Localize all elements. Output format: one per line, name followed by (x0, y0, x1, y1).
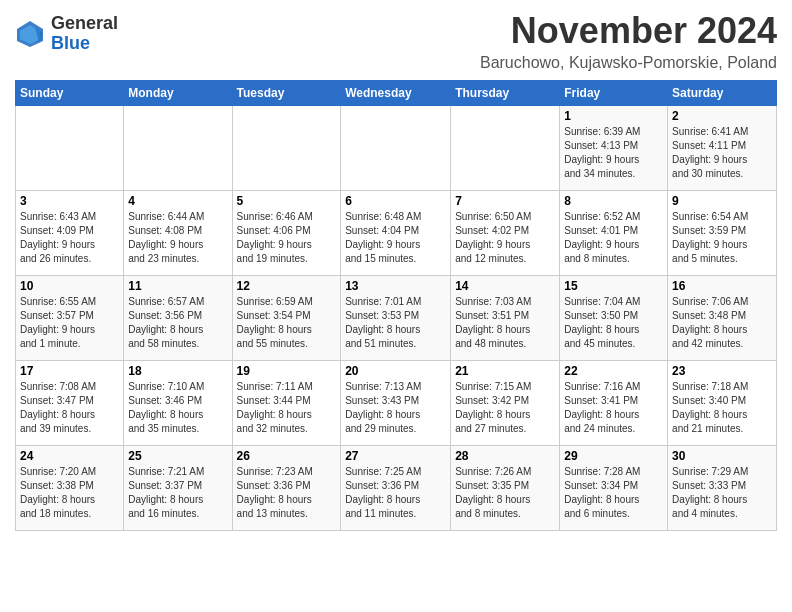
day-info: Sunrise: 7:15 AMSunset: 3:42 PMDaylight:… (455, 380, 555, 436)
day-info: Sunrise: 7:16 AMSunset: 3:41 PMDaylight:… (564, 380, 663, 436)
calendar-cell: 12Sunrise: 6:59 AMSunset: 3:54 PMDayligh… (232, 276, 341, 361)
day-info: Sunrise: 6:48 AMSunset: 4:04 PMDaylight:… (345, 210, 446, 266)
calendar-cell: 25Sunrise: 7:21 AMSunset: 3:37 PMDayligh… (124, 446, 232, 531)
calendar-cell: 28Sunrise: 7:26 AMSunset: 3:35 PMDayligh… (451, 446, 560, 531)
header-day-friday: Friday (560, 81, 668, 106)
calendar-cell: 13Sunrise: 7:01 AMSunset: 3:53 PMDayligh… (341, 276, 451, 361)
calendar-body: 1Sunrise: 6:39 AMSunset: 4:13 PMDaylight… (16, 106, 777, 531)
day-info: Sunrise: 6:43 AMSunset: 4:09 PMDaylight:… (20, 210, 119, 266)
calendar-cell: 3Sunrise: 6:43 AMSunset: 4:09 PMDaylight… (16, 191, 124, 276)
location-subtitle: Baruchowo, Kujawsko-Pomorskie, Poland (480, 54, 777, 72)
header-row: SundayMondayTuesdayWednesdayThursdayFrid… (16, 81, 777, 106)
calendar-cell: 17Sunrise: 7:08 AMSunset: 3:47 PMDayligh… (16, 361, 124, 446)
calendar-cell: 2Sunrise: 6:41 AMSunset: 4:11 PMDaylight… (668, 106, 777, 191)
header-day-sunday: Sunday (16, 81, 124, 106)
header-day-saturday: Saturday (668, 81, 777, 106)
day-number: 4 (128, 194, 227, 208)
calendar-cell: 8Sunrise: 6:52 AMSunset: 4:01 PMDaylight… (560, 191, 668, 276)
day-info: Sunrise: 6:57 AMSunset: 3:56 PMDaylight:… (128, 295, 227, 351)
day-info: Sunrise: 6:59 AMSunset: 3:54 PMDaylight:… (237, 295, 337, 351)
month-title: November 2024 (480, 10, 777, 52)
day-info: Sunrise: 7:03 AMSunset: 3:51 PMDaylight:… (455, 295, 555, 351)
day-number: 9 (672, 194, 772, 208)
day-number: 3 (20, 194, 119, 208)
header: General Blue November 2024 Baruchowo, Ku… (15, 10, 777, 72)
day-number: 14 (455, 279, 555, 293)
logo-icon (15, 19, 45, 49)
calendar-cell: 22Sunrise: 7:16 AMSunset: 3:41 PMDayligh… (560, 361, 668, 446)
day-info: Sunrise: 7:26 AMSunset: 3:35 PMDaylight:… (455, 465, 555, 521)
title-area: November 2024 Baruchowo, Kujawsko-Pomors… (480, 10, 777, 72)
day-info: Sunrise: 7:11 AMSunset: 3:44 PMDaylight:… (237, 380, 337, 436)
calendar-cell: 26Sunrise: 7:23 AMSunset: 3:36 PMDayligh… (232, 446, 341, 531)
day-info: Sunrise: 6:41 AMSunset: 4:11 PMDaylight:… (672, 125, 772, 181)
day-number: 5 (237, 194, 337, 208)
header-day-tuesday: Tuesday (232, 81, 341, 106)
calendar-cell (16, 106, 124, 191)
day-number: 20 (345, 364, 446, 378)
header-day-thursday: Thursday (451, 81, 560, 106)
day-info: Sunrise: 7:08 AMSunset: 3:47 PMDaylight:… (20, 380, 119, 436)
day-number: 17 (20, 364, 119, 378)
calendar-cell: 16Sunrise: 7:06 AMSunset: 3:48 PMDayligh… (668, 276, 777, 361)
day-number: 30 (672, 449, 772, 463)
day-info: Sunrise: 7:23 AMSunset: 3:36 PMDaylight:… (237, 465, 337, 521)
day-info: Sunrise: 7:18 AMSunset: 3:40 PMDaylight:… (672, 380, 772, 436)
calendar-cell: 7Sunrise: 6:50 AMSunset: 4:02 PMDaylight… (451, 191, 560, 276)
day-number: 7 (455, 194, 555, 208)
week-row-2: 3Sunrise: 6:43 AMSunset: 4:09 PMDaylight… (16, 191, 777, 276)
calendar-cell: 29Sunrise: 7:28 AMSunset: 3:34 PMDayligh… (560, 446, 668, 531)
header-day-wednesday: Wednesday (341, 81, 451, 106)
calendar-cell: 5Sunrise: 6:46 AMSunset: 4:06 PMDaylight… (232, 191, 341, 276)
calendar-cell: 14Sunrise: 7:03 AMSunset: 3:51 PMDayligh… (451, 276, 560, 361)
day-info: Sunrise: 6:54 AMSunset: 3:59 PMDaylight:… (672, 210, 772, 266)
week-row-3: 10Sunrise: 6:55 AMSunset: 3:57 PMDayligh… (16, 276, 777, 361)
page: General Blue November 2024 Baruchowo, Ku… (0, 0, 792, 541)
day-number: 29 (564, 449, 663, 463)
week-row-5: 24Sunrise: 7:20 AMSunset: 3:38 PMDayligh… (16, 446, 777, 531)
day-number: 2 (672, 109, 772, 123)
calendar-cell: 18Sunrise: 7:10 AMSunset: 3:46 PMDayligh… (124, 361, 232, 446)
day-info: Sunrise: 6:44 AMSunset: 4:08 PMDaylight:… (128, 210, 227, 266)
calendar-table: SundayMondayTuesdayWednesdayThursdayFrid… (15, 80, 777, 531)
day-number: 10 (20, 279, 119, 293)
week-row-1: 1Sunrise: 6:39 AMSunset: 4:13 PMDaylight… (16, 106, 777, 191)
day-number: 13 (345, 279, 446, 293)
calendar-cell: 23Sunrise: 7:18 AMSunset: 3:40 PMDayligh… (668, 361, 777, 446)
calendar-cell: 24Sunrise: 7:20 AMSunset: 3:38 PMDayligh… (16, 446, 124, 531)
day-number: 24 (20, 449, 119, 463)
day-info: Sunrise: 7:06 AMSunset: 3:48 PMDaylight:… (672, 295, 772, 351)
header-day-monday: Monday (124, 81, 232, 106)
day-number: 11 (128, 279, 227, 293)
day-number: 1 (564, 109, 663, 123)
calendar-cell: 11Sunrise: 6:57 AMSunset: 3:56 PMDayligh… (124, 276, 232, 361)
calendar-cell: 10Sunrise: 6:55 AMSunset: 3:57 PMDayligh… (16, 276, 124, 361)
logo-blue: Blue (51, 34, 118, 54)
day-info: Sunrise: 7:29 AMSunset: 3:33 PMDaylight:… (672, 465, 772, 521)
day-number: 22 (564, 364, 663, 378)
day-info: Sunrise: 6:50 AMSunset: 4:02 PMDaylight:… (455, 210, 555, 266)
day-number: 28 (455, 449, 555, 463)
day-number: 27 (345, 449, 446, 463)
day-number: 21 (455, 364, 555, 378)
day-number: 16 (672, 279, 772, 293)
day-number: 25 (128, 449, 227, 463)
calendar-cell (341, 106, 451, 191)
day-number: 18 (128, 364, 227, 378)
day-info: Sunrise: 7:04 AMSunset: 3:50 PMDaylight:… (564, 295, 663, 351)
calendar-cell: 15Sunrise: 7:04 AMSunset: 3:50 PMDayligh… (560, 276, 668, 361)
logo: General Blue (15, 14, 118, 54)
day-info: Sunrise: 6:39 AMSunset: 4:13 PMDaylight:… (564, 125, 663, 181)
calendar-cell: 6Sunrise: 6:48 AMSunset: 4:04 PMDaylight… (341, 191, 451, 276)
day-number: 26 (237, 449, 337, 463)
calendar-cell: 1Sunrise: 6:39 AMSunset: 4:13 PMDaylight… (560, 106, 668, 191)
day-info: Sunrise: 7:28 AMSunset: 3:34 PMDaylight:… (564, 465, 663, 521)
calendar-cell (124, 106, 232, 191)
calendar-header: SundayMondayTuesdayWednesdayThursdayFrid… (16, 81, 777, 106)
calendar-cell: 9Sunrise: 6:54 AMSunset: 3:59 PMDaylight… (668, 191, 777, 276)
day-info: Sunrise: 7:01 AMSunset: 3:53 PMDaylight:… (345, 295, 446, 351)
day-number: 23 (672, 364, 772, 378)
day-number: 15 (564, 279, 663, 293)
day-info: Sunrise: 6:46 AMSunset: 4:06 PMDaylight:… (237, 210, 337, 266)
calendar-cell: 20Sunrise: 7:13 AMSunset: 3:43 PMDayligh… (341, 361, 451, 446)
